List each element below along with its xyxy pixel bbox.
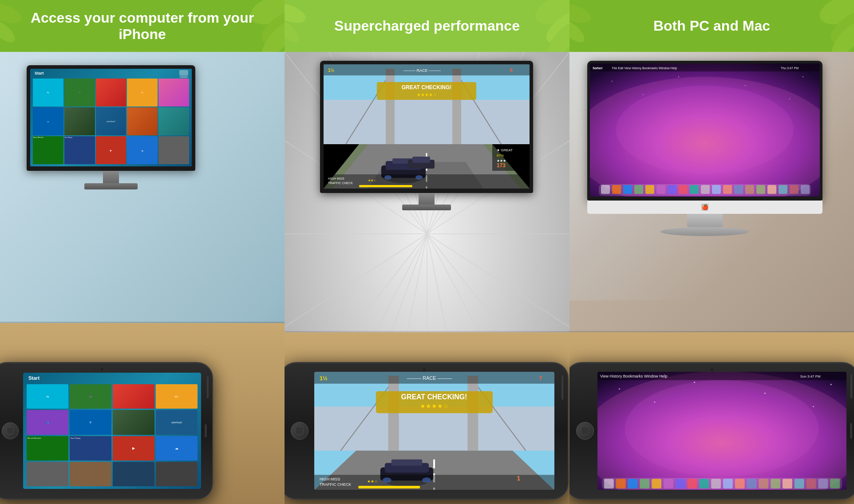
svg-point-103 <box>612 81 613 82</box>
svg-rect-162 <box>795 479 804 488</box>
svg-point-135 <box>625 380 819 477</box>
svg-rect-117 <box>634 185 643 194</box>
svg-point-139 <box>764 393 766 394</box>
svg-rect-68 <box>324 174 530 189</box>
svg-rect-42 <box>452 69 461 144</box>
svg-rect-123 <box>701 185 710 194</box>
panel-left: Start 🛍 🎮 61° e <box>0 52 285 504</box>
svg-text:GREAT CHECKING!: GREAT CHECKING! <box>401 393 467 401</box>
svg-rect-41 <box>386 69 395 144</box>
svg-rect-165 <box>830 479 840 488</box>
svg-rect-163 <box>807 479 816 488</box>
svg-rect-84 <box>391 460 422 466</box>
svg-text:★★☆: ★★☆ <box>368 179 376 182</box>
svg-rect-145 <box>602 478 842 489</box>
svg-point-136 <box>619 388 620 390</box>
svg-text:★★★★☆: ★★★★☆ <box>417 92 437 97</box>
header-middle: Supercharged performance <box>285 0 569 52</box>
svg-rect-125 <box>723 185 732 194</box>
svg-point-8 <box>285 0 308 27</box>
svg-rect-153 <box>688 479 697 488</box>
svg-rect-131 <box>790 185 799 194</box>
svg-text:173: 173 <box>497 162 506 169</box>
svg-rect-154 <box>699 479 709 488</box>
svg-rect-98 <box>358 486 420 488</box>
svg-rect-132 <box>801 185 810 194</box>
gaming-monitor: 1½ ——— RACE ——— 6 GREAT CHECKING! ★★★★☆ … <box>320 61 533 210</box>
svg-rect-152 <box>676 479 685 488</box>
svg-rect-124 <box>712 185 721 194</box>
svg-rect-55 <box>412 157 430 163</box>
svg-rect-158 <box>747 479 757 488</box>
svg-point-107 <box>789 98 790 99</box>
svg-rect-156 <box>723 479 733 488</box>
svg-text:TRAFFIC CHECK: TRAFFIC CHECK <box>328 181 353 185</box>
iphone-mac: View History Bookmarks Window Help Sun 3… <box>569 362 854 504</box>
svg-rect-118 <box>645 185 654 194</box>
svg-text:1½: 1½ <box>328 68 334 73</box>
header-middle-text: Supercharged performance <box>334 18 520 34</box>
header-right: Both PC and Mac <box>569 0 854 52</box>
svg-rect-155 <box>711 479 721 488</box>
svg-text:——— RACE ———: ——— RACE ——— <box>403 68 441 73</box>
svg-rect-121 <box>679 185 688 194</box>
svg-point-105 <box>678 76 679 77</box>
panel-middle: 1½ ——— RACE ——— 6 GREAT CHECKING! ★★★★☆ … <box>285 52 569 504</box>
svg-rect-146 <box>604 479 614 488</box>
svg-text:★ GREAT: ★ GREAT <box>497 148 513 152</box>
svg-rect-127 <box>745 185 754 194</box>
iphone-game: 1½ ——— RACE ——— 7 GREAT CHECKING! ★★★★☆ … <box>285 362 569 504</box>
svg-rect-164 <box>818 479 828 488</box>
svg-text:1: 1 <box>517 475 521 482</box>
svg-rect-116 <box>623 185 632 194</box>
svg-rect-120 <box>668 185 676 194</box>
svg-text:HIGH MISS: HIGH MISS <box>320 477 340 481</box>
svg-rect-157 <box>735 479 745 488</box>
svg-rect-148 <box>628 479 638 488</box>
svg-rect-122 <box>690 185 699 194</box>
svg-rect-149 <box>640 479 649 488</box>
svg-point-141 <box>830 384 832 385</box>
svg-rect-147 <box>616 479 626 488</box>
panel-right: Safari File Edit View History Bookmarks … <box>569 52 854 504</box>
svg-point-104 <box>643 94 644 95</box>
svg-text:Thu 3:47 PM: Thu 3:47 PM <box>781 67 799 70</box>
svg-point-106 <box>745 85 746 86</box>
header-left-text: Access your computer from your iPhone <box>9 10 276 43</box>
svg-text:67%: 67% <box>497 154 504 158</box>
svg-text:View  History  Bookmarks  Wind: View History Bookmarks Window Help <box>600 374 668 378</box>
main-content: Start 🛍 🎮 61° e <box>0 52 854 504</box>
pc-monitor: Start 🛍 🎮 61° e <box>27 65 195 189</box>
svg-rect-114 <box>601 185 610 194</box>
svg-point-138 <box>694 382 695 383</box>
svg-rect-72 <box>359 185 412 187</box>
iphone-windows: Start 🛍 🎮 61° 👥 e splashtop2 Manuel Mach… <box>0 362 213 504</box>
svg-rect-126 <box>734 185 743 194</box>
svg-text:7: 7 <box>539 375 542 382</box>
svg-point-102 <box>616 86 794 174</box>
svg-rect-159 <box>759 479 768 488</box>
mac-monitor: Safari File Edit View History Bookmarks … <box>587 61 822 236</box>
svg-text:6: 6 <box>510 67 513 73</box>
svg-text:GREAT CHECKING!: GREAT CHECKING! <box>402 84 451 91</box>
svg-rect-161 <box>783 479 792 488</box>
svg-text:HIGH MISS: HIGH MISS <box>328 177 344 180</box>
svg-rect-115 <box>612 185 621 194</box>
svg-text:TRAFFIC CHECK: TRAFFIC CHECK <box>320 482 351 487</box>
svg-rect-129 <box>767 185 776 194</box>
header-right-text: Both PC and Mac <box>653 18 770 34</box>
svg-point-137 <box>654 402 656 403</box>
svg-rect-160 <box>771 479 780 488</box>
svg-text:★★★★☆: ★★★★☆ <box>420 402 449 410</box>
svg-rect-38 <box>324 100 530 144</box>
header-left: Access your computer from your iPhone <box>0 0 285 52</box>
svg-rect-150 <box>652 479 661 488</box>
svg-text:Sun 3:47 PM: Sun 3:47 PM <box>800 374 821 378</box>
svg-rect-130 <box>779 185 787 194</box>
svg-point-108 <box>803 76 803 77</box>
svg-text:——— RACE ———: ——— RACE ——— <box>407 375 452 381</box>
svg-point-140 <box>813 406 814 407</box>
svg-rect-128 <box>756 185 765 194</box>
svg-rect-151 <box>664 479 673 488</box>
svg-point-13 <box>569 0 593 27</box>
